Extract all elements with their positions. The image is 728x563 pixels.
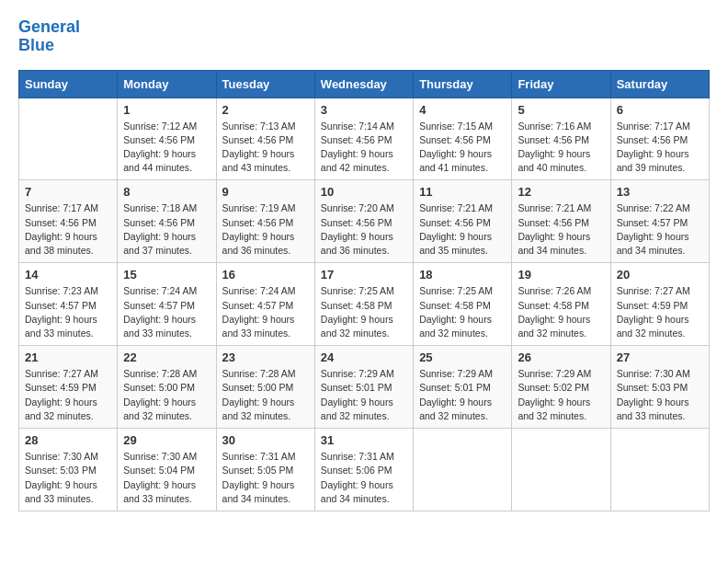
day-number: 22 bbox=[123, 350, 210, 364]
calendar-day-cell: 23Sunrise: 7:28 AM Sunset: 5:00 PM Dayli… bbox=[216, 346, 314, 429]
day-info: Sunrise: 7:27 AM Sunset: 4:59 PM Dayligh… bbox=[617, 284, 703, 340]
day-info: Sunrise: 7:25 AM Sunset: 4:58 PM Dayligh… bbox=[321, 284, 407, 340]
day-info: Sunrise: 7:23 AM Sunset: 4:57 PM Dayligh… bbox=[25, 284, 111, 340]
day-info: Sunrise: 7:12 AM Sunset: 4:56 PM Dayligh… bbox=[123, 120, 210, 176]
day-info: Sunrise: 7:21 AM Sunset: 4:56 PM Dayligh… bbox=[419, 201, 506, 258]
day-number: 27 bbox=[617, 350, 703, 364]
calendar-day-cell: 22Sunrise: 7:28 AM Sunset: 5:00 PM Dayli… bbox=[118, 346, 216, 429]
calendar-day-cell: 2Sunrise: 7:13 AM Sunset: 4:56 PM Daylig… bbox=[216, 98, 314, 180]
day-number: 6 bbox=[617, 103, 703, 117]
day-number: 21 bbox=[25, 350, 111, 364]
calendar-day-cell: 9Sunrise: 7:19 AM Sunset: 4:56 PM Daylig… bbox=[216, 180, 314, 263]
calendar-day-cell: 30Sunrise: 7:31 AM Sunset: 5:05 PM Dayli… bbox=[216, 429, 314, 511]
logo: General Blue GeneralBlue bbox=[18, 18, 80, 55]
day-number: 7 bbox=[25, 185, 111, 199]
calendar-day-cell: 28Sunrise: 7:30 AM Sunset: 5:03 PM Dayli… bbox=[19, 429, 118, 511]
calendar-day-cell: 21Sunrise: 7:27 AM Sunset: 4:59 PM Dayli… bbox=[19, 346, 118, 429]
calendar-day-cell: 18Sunrise: 7:25 AM Sunset: 4:58 PM Dayli… bbox=[414, 263, 512, 346]
calendar-day-cell: 7Sunrise: 7:17 AM Sunset: 4:56 PM Daylig… bbox=[19, 180, 118, 263]
day-number: 11 bbox=[419, 185, 506, 199]
day-header-thursday: Thursday bbox=[414, 70, 512, 98]
calendar-day-cell: 24Sunrise: 7:29 AM Sunset: 5:01 PM Dayli… bbox=[314, 346, 413, 429]
calendar-week-row: 1Sunrise: 7:12 AM Sunset: 4:56 PM Daylig… bbox=[19, 98, 710, 180]
day-number: 24 bbox=[321, 350, 407, 364]
day-header-monday: Monday bbox=[118, 70, 216, 98]
calendar-week-row: 7Sunrise: 7:17 AM Sunset: 4:56 PM Daylig… bbox=[19, 180, 710, 263]
calendar-day-cell bbox=[19, 98, 118, 180]
calendar-week-row: 14Sunrise: 7:23 AM Sunset: 4:57 PM Dayli… bbox=[19, 263, 710, 346]
day-number: 26 bbox=[518, 350, 604, 364]
day-number: 12 bbox=[518, 185, 604, 199]
day-info: Sunrise: 7:13 AM Sunset: 4:56 PM Dayligh… bbox=[222, 120, 309, 176]
day-number: 1 bbox=[123, 103, 210, 117]
day-info: Sunrise: 7:22 AM Sunset: 4:57 PM Dayligh… bbox=[617, 201, 703, 258]
day-number: 4 bbox=[419, 103, 506, 117]
day-info: Sunrise: 7:30 AM Sunset: 5:03 PM Dayligh… bbox=[617, 367, 703, 423]
calendar-day-cell bbox=[512, 429, 610, 511]
day-number: 13 bbox=[617, 185, 703, 199]
day-info: Sunrise: 7:29 AM Sunset: 5:02 PM Dayligh… bbox=[518, 367, 604, 423]
day-info: Sunrise: 7:17 AM Sunset: 4:56 PM Dayligh… bbox=[25, 201, 111, 258]
calendar-day-cell bbox=[414, 429, 512, 511]
day-info: Sunrise: 7:15 AM Sunset: 4:56 PM Dayligh… bbox=[419, 120, 506, 176]
calendar-table: SundayMondayTuesdayWednesdayThursdayFrid… bbox=[18, 70, 710, 511]
day-number: 15 bbox=[123, 268, 210, 282]
calendar-day-cell: 4Sunrise: 7:15 AM Sunset: 4:56 PM Daylig… bbox=[414, 98, 512, 180]
calendar-day-cell: 17Sunrise: 7:25 AM Sunset: 4:58 PM Dayli… bbox=[314, 263, 413, 346]
day-info: Sunrise: 7:24 AM Sunset: 4:57 PM Dayligh… bbox=[123, 284, 210, 340]
day-header-tuesday: Tuesday bbox=[216, 70, 314, 98]
day-number: 28 bbox=[25, 433, 111, 447]
day-number: 2 bbox=[222, 103, 309, 117]
calendar-day-cell: 12Sunrise: 7:21 AM Sunset: 4:56 PM Dayli… bbox=[512, 180, 610, 263]
day-info: Sunrise: 7:21 AM Sunset: 4:56 PM Dayligh… bbox=[518, 201, 604, 258]
calendar-day-cell: 5Sunrise: 7:16 AM Sunset: 4:56 PM Daylig… bbox=[512, 98, 610, 180]
page-header: General Blue GeneralBlue bbox=[18, 18, 710, 55]
calendar-week-row: 21Sunrise: 7:27 AM Sunset: 4:59 PM Dayli… bbox=[19, 346, 710, 429]
day-number: 30 bbox=[222, 433, 309, 447]
day-info: Sunrise: 7:14 AM Sunset: 4:56 PM Dayligh… bbox=[321, 120, 407, 176]
day-info: Sunrise: 7:29 AM Sunset: 5:01 PM Dayligh… bbox=[321, 367, 407, 423]
calendar-day-cell: 11Sunrise: 7:21 AM Sunset: 4:56 PM Dayli… bbox=[414, 180, 512, 263]
day-header-saturday: Saturday bbox=[610, 70, 709, 98]
day-info: Sunrise: 7:28 AM Sunset: 5:00 PM Dayligh… bbox=[123, 367, 210, 423]
day-number: 5 bbox=[518, 103, 604, 117]
day-number: 16 bbox=[222, 268, 309, 282]
day-info: Sunrise: 7:31 AM Sunset: 5:05 PM Dayligh… bbox=[222, 450, 309, 506]
calendar-day-cell bbox=[610, 429, 709, 511]
day-number: 14 bbox=[25, 268, 111, 282]
day-number: 18 bbox=[419, 268, 506, 282]
calendar-day-cell: 29Sunrise: 7:30 AM Sunset: 5:04 PM Dayli… bbox=[118, 429, 216, 511]
day-number: 20 bbox=[617, 268, 703, 282]
calendar-day-cell: 15Sunrise: 7:24 AM Sunset: 4:57 PM Dayli… bbox=[118, 263, 216, 346]
day-info: Sunrise: 7:19 AM Sunset: 4:56 PM Dayligh… bbox=[222, 201, 309, 258]
day-info: Sunrise: 7:26 AM Sunset: 4:58 PM Dayligh… bbox=[518, 284, 604, 340]
calendar-day-cell: 1Sunrise: 7:12 AM Sunset: 4:56 PM Daylig… bbox=[118, 98, 216, 180]
day-number: 3 bbox=[321, 103, 407, 117]
calendar-day-cell: 14Sunrise: 7:23 AM Sunset: 4:57 PM Dayli… bbox=[19, 263, 118, 346]
calendar-day-cell: 6Sunrise: 7:17 AM Sunset: 4:56 PM Daylig… bbox=[610, 98, 709, 180]
calendar-day-cell: 26Sunrise: 7:29 AM Sunset: 5:02 PM Dayli… bbox=[512, 346, 610, 429]
day-header-wednesday: Wednesday bbox=[314, 70, 413, 98]
day-info: Sunrise: 7:16 AM Sunset: 4:56 PM Dayligh… bbox=[518, 120, 604, 176]
day-info: Sunrise: 7:30 AM Sunset: 5:03 PM Dayligh… bbox=[25, 450, 111, 506]
calendar-day-cell: 8Sunrise: 7:18 AM Sunset: 4:56 PM Daylig… bbox=[118, 180, 216, 263]
day-number: 10 bbox=[321, 185, 407, 199]
day-number: 23 bbox=[222, 350, 309, 364]
calendar-week-row: 28Sunrise: 7:30 AM Sunset: 5:03 PM Dayli… bbox=[19, 429, 710, 511]
day-info: Sunrise: 7:28 AM Sunset: 5:00 PM Dayligh… bbox=[222, 367, 309, 423]
day-number: 17 bbox=[321, 268, 407, 282]
calendar-day-cell: 27Sunrise: 7:30 AM Sunset: 5:03 PM Dayli… bbox=[610, 346, 709, 429]
day-info: Sunrise: 7:20 AM Sunset: 4:56 PM Dayligh… bbox=[321, 201, 407, 258]
day-info: Sunrise: 7:25 AM Sunset: 4:58 PM Dayligh… bbox=[419, 284, 506, 340]
logo-text: GeneralBlue bbox=[18, 18, 80, 55]
day-info: Sunrise: 7:30 AM Sunset: 5:04 PM Dayligh… bbox=[123, 450, 210, 506]
calendar-header-row: SundayMondayTuesdayWednesdayThursdayFrid… bbox=[19, 70, 710, 98]
day-info: Sunrise: 7:18 AM Sunset: 4:56 PM Dayligh… bbox=[123, 201, 210, 258]
day-info: Sunrise: 7:24 AM Sunset: 4:57 PM Dayligh… bbox=[222, 284, 309, 340]
day-header-friday: Friday bbox=[512, 70, 610, 98]
day-info: Sunrise: 7:29 AM Sunset: 5:01 PM Dayligh… bbox=[419, 367, 506, 423]
day-info: Sunrise: 7:31 AM Sunset: 5:06 PM Dayligh… bbox=[321, 450, 407, 506]
calendar-day-cell: 31Sunrise: 7:31 AM Sunset: 5:06 PM Dayli… bbox=[314, 429, 413, 511]
calendar-day-cell: 16Sunrise: 7:24 AM Sunset: 4:57 PM Dayli… bbox=[216, 263, 314, 346]
day-info: Sunrise: 7:27 AM Sunset: 4:59 PM Dayligh… bbox=[25, 367, 111, 423]
